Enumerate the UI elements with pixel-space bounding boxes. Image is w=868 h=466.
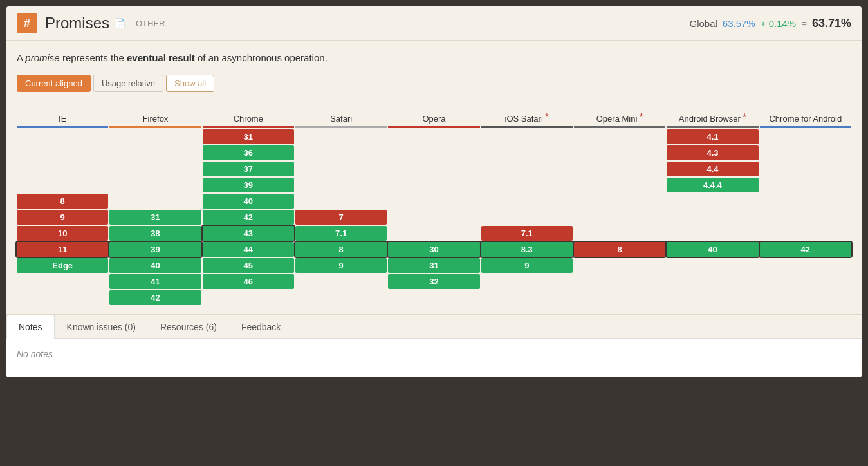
browser-col-safari: Safari - - - - - 7 7.1 8 9 [295,100,387,306]
asterisk-ios: * [545,112,549,124]
tab-notes[interactable]: Notes [6,315,55,339]
cell-and-40: 40 [667,242,758,257]
cell-ca-empty1: - [760,129,851,144]
cell-ie-empty2: - [17,145,108,160]
browser-col-firefox: Firefox - - - - - 31 38 39 40 41 42 [109,100,201,306]
cell-ch-39: 39 [203,178,294,192]
cell-ff-40: 40 [109,258,201,273]
cell-op-empty3: - [388,162,479,176]
cell-ff-empty3: - [109,162,201,176]
cell-ios-empty1: - [481,129,573,144]
cell-ff-38: 38 [109,226,201,241]
browser-col-ios-safari: iOS Safari* - - - - - - 7.1 8.3 9 [481,100,573,306]
cell-sf-9: 9 [295,258,387,273]
cell-op-32: 32 [388,274,479,289]
cell-ff-31: 31 [109,210,201,225]
cell-sf-empty4: - [295,178,387,192]
browser-col-ie: IE - - - - 8 9 10 11 Edge [17,100,108,306]
asterisk-android: * [743,112,746,124]
title-section: Promises 📄 - OTHER [45,14,689,32]
tab-known-issues[interactable]: Known issues (0) [55,315,148,339]
cell-ie-empty4: - [17,178,108,192]
cell-ca-empty7: - [760,226,851,241]
cell-and-empty1: - [667,194,758,209]
page-title: Promises [45,14,109,32]
cell-sf-empty3: - [295,162,387,176]
page-outer: # Promises 📄 - OTHER Global 63.57% + 0.1… [0,0,868,466]
cell-op-30: 30 [388,242,479,257]
cell-sf-empty1: - [295,129,387,144]
cell-ch-43: 43 [203,226,294,241]
compat-table: IE - - - - 8 9 10 11 Edge Firefox - - - [6,100,862,306]
cell-ios-7.1: 7.1 [481,226,573,241]
cell-ff-empty5: - [109,194,201,209]
cell-om-empty7: - [574,226,665,241]
cell-and-4.4.4: 4.4.4 [667,178,758,192]
cell-ch-31: 31 [203,129,294,144]
cell-ca-empty3: - [760,162,851,176]
cell-ios-8.3: 8.3 [481,242,573,257]
other-badge: - OTHER [131,19,165,28]
cell-ie-9: 9 [17,210,108,225]
cell-om-empty4: - [574,178,665,192]
cell-op-empty4: - [388,178,479,192]
cell-op-empty6: - [388,210,479,225]
cell-ch-46: 46 [203,274,294,289]
cell-op-empty2: - [388,145,479,160]
stat-base: 63.57% [723,18,755,29]
cell-and-4.1: 4.1 [667,129,758,144]
tab-resources[interactable]: Resources (6) [148,315,229,339]
cell-sf-empty2: - [295,145,387,160]
cell-ie-8: 8 [17,194,108,209]
stat-plus: + 0.14% [761,18,796,29]
cell-om-empty1: - [574,129,665,144]
cell-ch-37: 37 [203,162,294,176]
cell-ff-empty1: - [109,129,201,144]
doc-icon: 📄 [115,18,125,28]
browser-header-safari: Safari [295,100,387,128]
cell-and-empty2: - [667,210,758,225]
browser-col-opera-mini: Opera Mini* - - - - - - - 8 [574,100,665,306]
cell-ff-39: 39 [109,242,201,257]
show-all-button[interactable]: Show all [166,75,214,92]
description: A promise represents the eventual result… [6,41,862,72]
tab-feedback[interactable]: Feedback [229,315,293,339]
browser-col-chrome-android: Chrome for Android - - - - - - - 42 [760,100,851,306]
browser-col-opera: Opera - - - - - - - 30 31 32 [388,100,479,306]
browser-header-opera: Opera [388,100,479,128]
tabs-bar: Notes Known issues (0) Resources (6) Fee… [6,315,862,339]
cell-sf-7.1: 7.1 [295,226,387,241]
cell-ios-empty5: - [481,194,573,209]
browser-header-opera-mini: Opera Mini* [574,100,665,128]
cell-ch-36: 36 [203,145,294,160]
browser-header-ios-safari: iOS Safari* [481,100,573,128]
global-label: Global [689,18,717,29]
usage-relative-button[interactable]: Usage relative [93,75,163,92]
main-content: # Promises 📄 - OTHER Global 63.57% + 0.1… [6,6,862,377]
cell-ios-empty2: - [481,145,573,160]
cell-ch-40: 40 [203,194,294,209]
stat-total: 63.71% [812,17,851,30]
browser-header-ie: IE [17,100,108,128]
cell-ios-9: 9 [481,258,573,273]
browser-header-firefox: Firefox [109,100,201,128]
cell-ch-45: 45 [203,258,294,273]
cell-ie-11: 11 [17,242,108,257]
cell-op-empty1: - [388,129,479,144]
browser-col-android: Android Browser* 4.1 4.3 4.4 4.4.4 - - -… [667,100,758,306]
cell-ie-empty1: - [17,129,108,144]
stat-equals: = [801,18,807,29]
cell-op-31: 31 [388,258,479,273]
cell-ca-empty6: - [760,210,851,225]
hash-icon: # [17,13,37,33]
cell-om-8: 8 [574,242,665,257]
cell-ca-42: 42 [760,242,851,257]
cell-ca-empty5: - [760,194,851,209]
cell-sf-7: 7 [295,210,387,225]
cell-ch-42: 42 [203,210,294,225]
current-aligned-button[interactable]: Current aligned [17,75,91,92]
cell-ie-empty3: - [17,162,108,176]
cell-ca-empty2: - [760,145,851,160]
browser-header-android: Android Browser* [667,100,758,128]
browser-header-chrome-android: Chrome for Android [760,100,851,128]
